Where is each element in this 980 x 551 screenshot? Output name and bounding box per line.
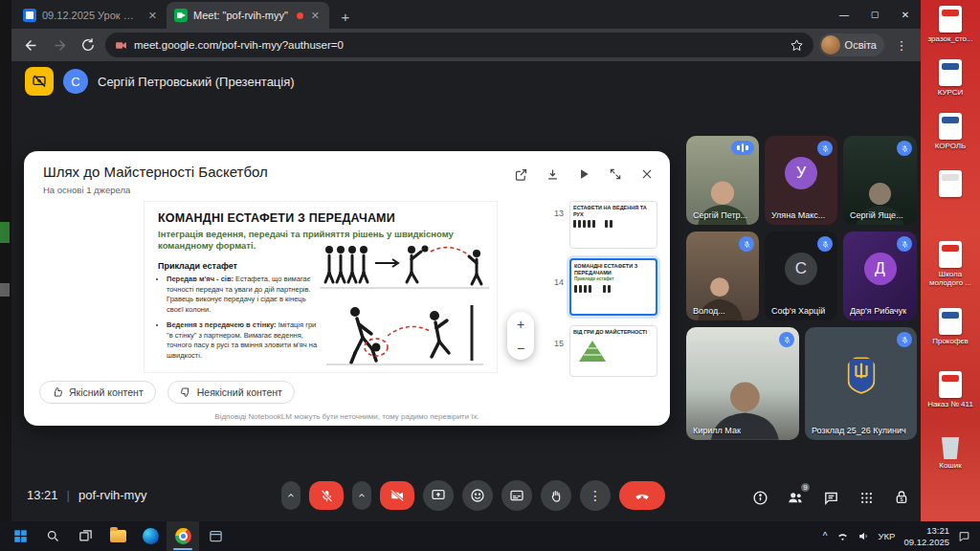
chrome-icon[interactable] (167, 521, 199, 551)
back-button[interactable] (19, 33, 42, 56)
taskbar-clock[interactable]: 13:21 09.12.2025 (903, 525, 949, 548)
browser-toolbar: meet.google.com/pof-rvih-myy?authuser=0 … (11, 29, 921, 61)
system-tray: ^ УКР 13:21 09.12.2025 (823, 525, 976, 548)
file-explorer-icon[interactable] (101, 521, 134, 551)
maximize-button[interactable]: ▢ (859, 0, 890, 29)
close-icon[interactable] (637, 165, 657, 184)
notifications-icon[interactable] (958, 530, 970, 542)
language-indicator[interactable]: УКР (879, 531, 896, 541)
participant-tile[interactable]: С Соф'я Харцій (765, 231, 837, 320)
desktop-icon[interactable]: КУРСИ (921, 59, 980, 97)
network-icon[interactable] (836, 530, 849, 542)
mic-options-chevron[interactable] (281, 481, 301, 510)
participant-tile[interactable]: Волод... (686, 231, 759, 320)
zoom-out-button[interactable]: − (517, 341, 524, 356)
activities-grid-icon[interactable] (857, 488, 876, 507)
desktop-left-strip (0, 0, 11, 521)
host-controls-lock-icon[interactable]: $ (892, 488, 911, 507)
end-call-button[interactable] (619, 481, 665, 510)
emblem-graphic (845, 356, 878, 394)
browser-menu-icon[interactable]: ⋮ (890, 33, 913, 56)
volume-icon[interactable] (858, 530, 870, 542)
participant-tile[interactable]: Сергій Яще... (843, 136, 917, 225)
meeting-code: pof-rvih-myy (78, 488, 147, 502)
recycle-bin-icon (939, 432, 962, 459)
participant-tile[interactable]: Сергій Петр... (686, 136, 759, 225)
slide-number: 15 (548, 339, 564, 348)
app-window-icon[interactable] (199, 521, 232, 551)
camera-in-use-icon[interactable] (115, 39, 127, 52)
desktop-icon[interactable] (921, 170, 980, 199)
bookmark-star-icon[interactable] (790, 38, 804, 53)
meeting-side-controls: 9 $ (750, 488, 911, 507)
slide-bullets: Передав м'яч - сів: Естафета, що вимагає… (158, 275, 319, 366)
close-button[interactable]: ✕ (890, 0, 921, 29)
good-content-button[interactable]: Якісний контент (39, 381, 156, 404)
tab-meet[interactable]: Meet: "pof-rvih-myy" ✕ (167, 2, 329, 29)
slide-thumbnail-15[interactable]: ВІД ГРИ ДО МАЙСТЕРНОСТІ (569, 325, 657, 377)
windows-taskbar: ^ УКР 13:21 09.12.2025 (0, 521, 980, 551)
slide-heading: КОМАНДНІ ЕСТАФЕТИ З ПЕРЕДАЧАМИ (158, 211, 395, 225)
presentation-paused-icon[interactable] (25, 67, 54, 96)
document-icon (939, 241, 962, 268)
recording-indicator-icon (297, 12, 303, 19)
reactions-button[interactable] (462, 480, 493, 511)
captions-button[interactable] (501, 480, 532, 511)
more-options-button[interactable]: ⋮ (580, 480, 611, 511)
new-tab-button[interactable]: + (333, 4, 358, 29)
document-icon (939, 6, 962, 33)
expand-icon[interactable] (606, 165, 625, 184)
desktop-icon[interactable]: зразок_сто... (921, 6, 980, 43)
notebooklm-panel: Шлях до Майстерності Баскетбол На основі… (24, 151, 670, 426)
slide-bullet: Передав м'яч - сів: Естафета, що вимагає… (167, 275, 319, 315)
mic-off-icon (779, 332, 794, 347)
people-icon[interactable]: 9 (786, 488, 805, 507)
mic-off-icon (817, 141, 833, 156)
bad-content-button[interactable]: Неякісний контент (167, 381, 295, 404)
slide-number: 14 (548, 277, 564, 287)
tab-lesson[interactable]: 09.12.2025 Урок № 31-33: Уд ✕ (15, 2, 167, 29)
start-button[interactable] (4, 521, 36, 551)
participant-tile[interactable]: Д Дар'я Рибачук (843, 231, 917, 320)
mic-off-icon (817, 236, 833, 252)
document-icon (939, 308, 962, 335)
info-icon[interactable] (750, 488, 769, 507)
desktop-icon[interactable]: Кошик (921, 432, 980, 470)
play-icon[interactable] (574, 165, 593, 184)
desktop-icon[interactable]: КОРОЛЬ (921, 113, 980, 150)
meet-page: C Сергій Петровський (Презентація) Шлях … (11, 61, 921, 521)
participant-tile[interactable]: Розклад 25_26 Кулинич (805, 327, 917, 440)
task-view-icon[interactable] (69, 521, 101, 551)
desktop-icon[interactable]: Прокофєв (921, 308, 980, 345)
slide-thumbnail-14-current[interactable]: КОМАНДНІ ЕСТАФЕТИ З ПЕРЕДАЧАМИ Приклади … (569, 258, 657, 316)
mic-off-icon (897, 332, 912, 347)
call-controls: ⋮ (281, 480, 665, 511)
hidden-icons-chevron[interactable]: ^ (823, 531, 828, 541)
forward-button[interactable] (48, 33, 71, 56)
present-button[interactable] (423, 480, 454, 511)
desktop-icon[interactable]: Наказ № 411 (921, 371, 980, 408)
participant-tile[interactable]: У Уляна Макс... (765, 136, 837, 225)
panel-subtitle: На основі 1 джерела (43, 185, 130, 195)
reload-button[interactable] (77, 33, 100, 56)
zoom-in-button[interactable]: + (517, 317, 524, 332)
download-icon[interactable] (543, 165, 562, 184)
document-icon (939, 371, 962, 398)
raise-hand-button[interactable] (541, 480, 571, 511)
camera-options-chevron[interactable] (352, 481, 371, 510)
profile-chip[interactable]: Освіта (819, 33, 884, 56)
edge-icon[interactable] (134, 521, 167, 551)
minimize-button[interactable]: — (829, 0, 859, 29)
slide-thumbnail-13[interactable]: ЕСТАФЕТИ НА ВЕДЕННЯ ТА РУХ (569, 201, 657, 249)
chat-icon[interactable] (821, 488, 840, 507)
camera-muted-button[interactable] (380, 481, 414, 510)
tab-close-icon[interactable]: ✕ (309, 10, 322, 22)
share-icon[interactable] (511, 165, 530, 184)
mic-off-icon (897, 141, 912, 156)
address-bar[interactable]: meet.google.com/pof-rvih-myy?authuser=0 (105, 33, 813, 57)
desktop-icon[interactable]: Школа молодого ... (921, 241, 980, 287)
mic-muted-button[interactable] (309, 481, 344, 510)
search-icon[interactable] (36, 521, 69, 551)
tab-close-icon[interactable]: ✕ (146, 10, 159, 22)
participant-tile[interactable]: Кирилл Мак (686, 327, 799, 440)
